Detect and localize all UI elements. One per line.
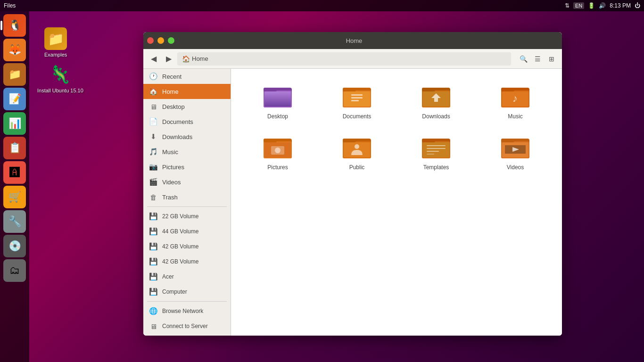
sidebar-item-computer[interactable]: 💾 Computer — [143, 284, 231, 299]
downloads-file-label: Downloads — [422, 113, 450, 120]
dock-item-ubuntu[interactable]: 🐧 — [3, 14, 26, 37]
topbar-left: Files — [4, 2, 16, 9]
location-text: Home — [192, 55, 208, 62]
topbar-title: Files — [4, 2, 16, 9]
pictures-nav-icon: 📷 — [149, 163, 157, 171]
sidebar-item-browse-network[interactable]: 🌐 Browse Network — [143, 304, 231, 319]
vol22-icon: 💾 — [149, 212, 157, 221]
svg-point-26 — [275, 148, 281, 153]
svg-rect-38 — [427, 151, 439, 152]
tray-arrows-icon[interactable]: ⇅ — [565, 2, 570, 9]
sidebar-sep-1 — [147, 206, 227, 207]
writer-icon: 📝 — [8, 93, 21, 105]
desktop-file-label: Desktop — [267, 113, 288, 120]
sidebar-item-music[interactable]: 🎵 Music — [143, 144, 231, 159]
svg-rect-34 — [422, 139, 435, 142]
file-item-public[interactable]: Public — [320, 129, 394, 175]
dock-item-settings[interactable]: 🔧 — [3, 210, 26, 233]
dock-item-files[interactable]: 📁 — [3, 63, 26, 86]
dock-item-font[interactable]: 🅰 — [3, 161, 26, 184]
file-item-desktop[interactable]: Desktop — [240, 78, 315, 124]
dock-item-writer[interactable]: 📝 — [3, 88, 26, 110]
dock-item-amazon[interactable]: 🛒 — [3, 186, 26, 208]
disk-icon: 💿 — [8, 240, 21, 252]
svg-rect-8 — [351, 94, 363, 96]
sidebar-item-desktop[interactable]: 🖥 Desktop — [143, 99, 231, 114]
file-item-pictures[interactable]: Pictures — [240, 129, 315, 175]
vol42a-label: 42 GB Volume — [162, 243, 198, 250]
vol42b-icon: 💾 — [149, 257, 157, 266]
file-item-downloads[interactable]: Downloads — [399, 78, 473, 124]
volume-icon[interactable]: 🔊 — [599, 2, 606, 9]
back-button[interactable]: ◀ — [147, 52, 160, 66]
sidebar-item-videos[interactable]: 🎬 Videos — [143, 174, 231, 189]
stack-icon: 🗂 — [9, 264, 20, 277]
svg-rect-13 — [422, 88, 435, 91]
file-item-music[interactable]: ♪ Music — [478, 78, 553, 124]
toolbar: ◀ ▶ 🏠 Home 🔍 ☰ ⊞ — [143, 49, 562, 69]
minimize-button[interactable] — [157, 37, 164, 44]
battery-icon[interactable]: 🔋 — [588, 2, 595, 9]
desktop-icon-examples[interactable]: 📁 Examples — [42, 25, 69, 59]
sidebar-item-recent[interactable]: 🕐 Recent — [143, 69, 231, 84]
dock-item-stack[interactable]: 🗂 — [3, 259, 26, 282]
search-button[interactable]: 🔍 — [517, 52, 530, 66]
list-view-button[interactable]: ☰ — [531, 52, 544, 66]
sidebar-item-vol42b[interactable]: 💾 42 GB Volume — [143, 254, 231, 269]
svg-rect-36 — [427, 145, 446, 146]
videos-label: Videos — [162, 179, 181, 186]
sidebar-item-home[interactable]: 🏠 Home — [143, 84, 231, 99]
close-button[interactable] — [147, 37, 154, 44]
dock: 🐧 🦊 📁 📝 📊 📋 🅰 🛒 🔧 💿 🗂 — [0, 11, 29, 362]
sidebar-item-documents[interactable]: 📄 Documents — [143, 114, 231, 129]
templates-file-label: Templates — [423, 164, 449, 171]
sidebar-item-vol22[interactable]: 💾 22 GB Volume — [143, 209, 231, 224]
sidebar-item-acer[interactable]: 💾 Acer — [143, 269, 231, 284]
file-item-templates[interactable]: Templates — [399, 129, 473, 175]
dock-item-disk[interactable]: 💿 — [3, 235, 26, 257]
svg-rect-35 — [423, 142, 449, 157]
videos-file-label: Videos — [507, 164, 524, 171]
location-bar[interactable]: 🏠 Home — [177, 52, 511, 66]
vol42a-icon: 💾 — [149, 242, 157, 251]
file-item-documents[interactable]: Documents — [320, 78, 394, 124]
desktop-icon-install[interactable]: 🦎 Install Ubuntu 15.10 — [35, 61, 85, 95]
amazon-icon: 🛒 — [8, 191, 21, 203]
topbar: Files ⇅ EN 🔋 🔊 8:13 PM ⏻ — [0, 0, 644, 11]
svg-rect-10 — [351, 100, 359, 101]
maximize-button[interactable] — [168, 37, 174, 44]
svg-rect-2 — [264, 88, 277, 91]
forward-button[interactable]: ▶ — [162, 52, 175, 66]
acer-label: Acer — [162, 273, 174, 280]
window-title: Home — [178, 37, 530, 44]
dock-item-impress[interactable]: 📋 — [3, 137, 26, 159]
documents-file-label: Documents — [343, 113, 372, 120]
sidebar-item-pictures[interactable]: 📷 Pictures — [143, 159, 231, 174]
sidebar-item-connect-server[interactable]: 🖥 Connect to Server — [143, 319, 231, 334]
recent-label: Recent — [162, 73, 182, 80]
svg-rect-37 — [427, 148, 446, 149]
clock[interactable]: 8:13 PM — [610, 2, 631, 9]
sidebar-item-downloads[interactable]: ⬇ Downloads — [143, 129, 231, 144]
home-nav-icon: 🏠 — [149, 87, 157, 96]
grid-view-button[interactable]: ⊞ — [545, 52, 558, 66]
keyboard-layout[interactable]: EN — [573, 2, 584, 9]
dock-item-firefox[interactable]: 🦊 — [3, 39, 26, 61]
music-file-label: Music — [508, 113, 522, 120]
power-icon[interactable]: ⏻ — [635, 2, 640, 9]
font-icon: 🅰 — [9, 166, 20, 179]
trash-nav-icon: 🗑 — [149, 193, 157, 201]
file-item-videos[interactable]: Videos — [478, 129, 553, 175]
install-label: Install Ubuntu 15.10 — [37, 88, 83, 93]
connect-server-icon: 🖥 — [149, 322, 157, 330]
impress-icon: 📋 — [8, 142, 21, 154]
dock-item-calc[interactable]: 📊 — [3, 112, 26, 135]
sidebar: 🕐 Recent 🏠 Home 🖥 Desktop 📄 Documents ⬇ — [143, 69, 231, 336]
pictures-file-label: Pictures — [267, 164, 288, 171]
public-folder-icon — [342, 134, 372, 160]
sidebar-item-trash[interactable]: 🗑 Trash — [143, 189, 231, 205]
sidebar-item-vol42a[interactable]: 💾 42 GB Volume — [143, 239, 231, 254]
sidebar-item-vol44[interactable]: 💾 44 GB Volume — [143, 224, 231, 239]
file-grid: Desktop Documents — [231, 69, 562, 336]
downloads-label: Downloads — [162, 133, 192, 140]
